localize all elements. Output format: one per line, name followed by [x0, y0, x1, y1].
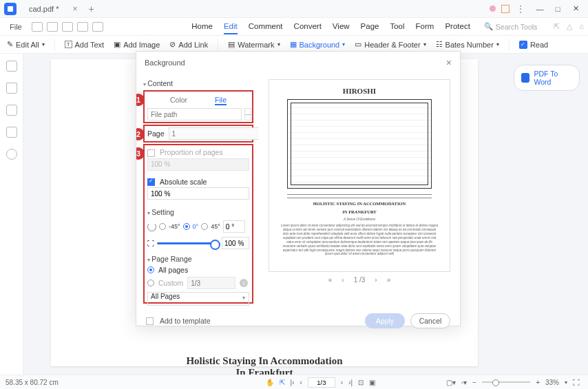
watermark-icon: ▤ — [228, 40, 235, 49]
right-panel: PDF To Word — [505, 54, 588, 375]
page-dimensions: 58.35 x 80.72 cm — [6, 379, 59, 386]
background-button[interactable]: ▦Background▾ — [290, 40, 346, 49]
pdf-to-word-button[interactable]: PDF To Word — [514, 65, 580, 91]
file-menu[interactable]: File — [4, 21, 28, 32]
degree-input[interactable] — [223, 220, 245, 233]
apply-button[interactable]: Apply — [365, 313, 405, 328]
pager-current: 1 /3 — [354, 276, 366, 284]
tab-page[interactable]: Page — [361, 19, 379, 34]
add-tab-button[interactable]: + — [88, 3, 94, 14]
scale-input[interactable] — [222, 237, 249, 249]
dialog-close-button[interactable]: × — [446, 57, 452, 68]
more-icon[interactable]: ⋮ — [515, 3, 526, 14]
proportion-input — [147, 158, 249, 171]
radio-45[interactable] — [201, 223, 208, 230]
save-icon[interactable] — [32, 22, 43, 32]
comment-panel-icon[interactable] — [6, 105, 17, 116]
notification-icon[interactable] — [501, 5, 510, 13]
browse-button[interactable]: ··· — [244, 108, 251, 120]
search-panel-icon[interactable] — [6, 149, 17, 160]
radio-all-pages[interactable] — [147, 266, 154, 273]
page-number-field[interactable] — [308, 377, 335, 388]
add-image-button[interactable]: ▣Add Image — [114, 40, 160, 49]
preview-page: HIROSHI HOLISTIC STAYING IN ACCOMMODATIO… — [269, 79, 450, 272]
check-icon — [519, 41, 527, 49]
share-icon[interactable]: ⇱ — [554, 22, 560, 31]
view-mode-1-icon[interactable]: ▢▾ — [446, 379, 456, 386]
tab-edit[interactable]: Edit — [224, 19, 238, 34]
fullscreen-icon[interactable]: ⛶ — [573, 379, 580, 386]
header-footer-button[interactable]: ▭Header & Footer▾ — [355, 40, 426, 49]
zoom-out-icon[interactable]: − — [472, 379, 476, 386]
close-window-button[interactable]: ✕ — [567, 3, 584, 15]
tab-protect[interactable]: Protect — [445, 19, 470, 34]
bates-number-button[interactable]: ☷Bates Number▾ — [436, 40, 499, 49]
content-section-head[interactable]: Content — [143, 79, 253, 87]
radio-n45[interactable] — [159, 223, 166, 230]
file-tab[interactable]: File — [215, 96, 227, 105]
edit-all-button[interactable]: ✎Edit All▾ — [7, 40, 45, 49]
opacity-slider[interactable] — [157, 242, 219, 244]
mail-icon[interactable] — [47, 22, 58, 32]
proportion-checkbox[interactable] — [147, 149, 155, 157]
preview-pager: « ‹ 1 /3 › » — [269, 276, 450, 284]
absolute-input[interactable] — [147, 187, 249, 200]
absolute-checkbox[interactable] — [147, 178, 155, 186]
tab-view[interactable]: View — [333, 19, 350, 34]
document-tab[interactable]: cad.pdf * × — [22, 2, 84, 16]
attachment-icon[interactable] — [6, 127, 17, 138]
tab-form[interactable]: Form — [416, 19, 434, 34]
pager-prev[interactable]: ‹ — [342, 276, 344, 284]
pager-last[interactable]: » — [387, 276, 391, 284]
watermark-button[interactable]: ▤Watermark▾ — [228, 40, 280, 49]
setting-section-head[interactable]: Setting — [147, 208, 249, 216]
add-template-checkbox[interactable] — [146, 317, 154, 325]
search-tools[interactable]: 🔍 Search Tools — [484, 22, 538, 31]
tab-comment[interactable]: Comment — [249, 19, 283, 34]
pager-first[interactable]: « — [328, 276, 333, 284]
zoom-slider[interactable] — [482, 381, 530, 383]
print-icon[interactable] — [92, 22, 103, 32]
fit-page-icon[interactable]: ▣ — [369, 379, 375, 386]
home-icon[interactable]: ⌂ — [579, 22, 584, 31]
nav-first-icon[interactable]: |‹ — [291, 379, 295, 386]
redo-icon[interactable] — [77, 22, 88, 32]
color-tab[interactable]: Color — [170, 96, 187, 105]
add-text-button[interactable]: TAdd Text — [65, 41, 105, 49]
tab-tool[interactable]: Tool — [390, 19, 404, 34]
tab-home[interactable]: Home — [191, 19, 213, 34]
close-tab-icon[interactable]: × — [72, 4, 77, 14]
select-tool-icon[interactable]: ⇱ — [280, 379, 285, 386]
tab-convert[interactable]: Convert — [294, 19, 322, 34]
zoom-dropdown-icon[interactable]: ▾ — [565, 379, 567, 386]
nav-last-icon[interactable]: ›| — [348, 379, 353, 386]
nav-next-icon[interactable]: › — [341, 379, 343, 386]
page-range-select[interactable]: All Pages — [147, 292, 249, 306]
file-path-input[interactable] — [147, 108, 242, 120]
thumbnail-icon[interactable] — [6, 61, 17, 72]
preview-body-text: Lorem ipsum dolor sit amet consectetur a… — [280, 224, 439, 256]
zoom-in-icon[interactable]: + — [536, 379, 540, 386]
pager-next[interactable]: › — [375, 276, 377, 284]
fit-width-icon[interactable]: ⊡ — [358, 379, 364, 386]
maximize-button[interactable]: □ — [549, 3, 566, 15]
cloud-icon[interactable]: △ — [567, 22, 572, 31]
app-icon — [4, 3, 17, 15]
custom-range-input[interactable] — [187, 277, 235, 289]
search-icon: 🔍 — [484, 22, 493, 31]
minimize-button[interactable]: — — [532, 3, 548, 15]
proportion-label: Proportion of pages — [160, 148, 223, 156]
nav-prev-icon[interactable]: ‹ — [300, 379, 302, 386]
radio-custom[interactable] — [147, 280, 154, 286]
page-number-input[interactable] — [169, 127, 259, 140]
info-icon[interactable]: i — [240, 279, 248, 287]
radio-0[interactable] — [183, 223, 190, 230]
add-link-button[interactable]: ⊘Add Link — [169, 40, 208, 49]
cancel-button[interactable]: Cancel — [410, 313, 450, 328]
range-section-head[interactable]: Page Range — [147, 255, 249, 263]
view-mode-2-icon[interactable]: ▫▾ — [461, 379, 468, 386]
bookmark-icon[interactable] — [6, 83, 17, 94]
read-button[interactable]: Read — [519, 41, 548, 49]
hand-tool-icon[interactable]: ✋ — [266, 379, 274, 386]
undo-icon[interactable] — [62, 22, 73, 32]
